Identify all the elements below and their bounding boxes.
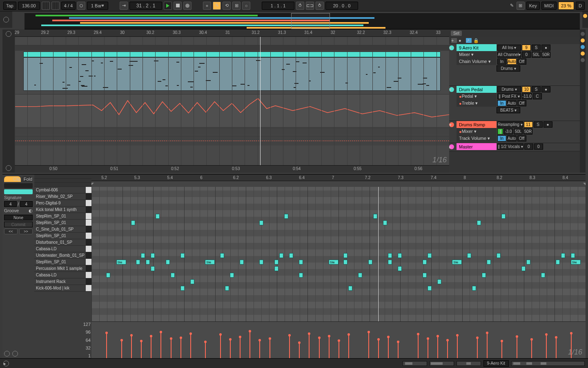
- midi-note[interactable]: [180, 286, 185, 291]
- track-number[interactable]: 11: [524, 121, 533, 128]
- velocity-marker[interactable]: [205, 342, 206, 358]
- velocity-marker[interactable]: [131, 335, 132, 358]
- velocity-lane[interactable]: 1279664321 1/16: [91, 321, 586, 358]
- velocity-marker[interactable]: [531, 339, 532, 358]
- drum-lane-row[interactable]: Cabasa-LD: [34, 272, 91, 278]
- midi-beat-ruler[interactable]: 5.25.35.466.26.36.477.27.37.488.28.38.4: [91, 175, 586, 181]
- tracks-collapse-icon[interactable]: [6, 31, 11, 37]
- tracks-expand-icon[interactable]: [6, 165, 11, 171]
- output-routing[interactable]: BEATS ▾: [497, 107, 520, 113]
- device-chain-strip[interactable]: [511, 361, 585, 366]
- velocity-marker[interactable]: [546, 334, 547, 358]
- midi-note[interactable]: [561, 253, 565, 258]
- song-position[interactable]: 31 . 2 . 1: [129, 2, 162, 10]
- record-button[interactable]: [183, 2, 192, 10]
- midi-note[interactable]: [398, 253, 402, 258]
- midi-note[interactable]: [146, 260, 150, 265]
- clip-tool-b-icon[interactable]: [12, 351, 18, 357]
- midi-note[interactable]: [220, 253, 224, 258]
- capture-button[interactable]: ⊞: [232, 2, 241, 10]
- time-signature-field[interactable]: 4/4: [61, 2, 76, 10]
- play-button[interactable]: [164, 2, 172, 10]
- midi-note[interactable]: [526, 260, 530, 265]
- velocity-marker[interactable]: [289, 335, 290, 358]
- send-b[interactable]: 50R: [523, 128, 532, 135]
- solo-button[interactable]: S: [532, 45, 541, 51]
- track-number[interactable]: 10: [522, 86, 531, 92]
- input-channel[interactable]: ‖ Post FX ▾: [497, 93, 521, 99]
- drum-lane-row[interactable]: Percussion Mkit 1 sample: [34, 265, 91, 272]
- monitor-auto[interactable]: Auto: [507, 100, 517, 106]
- midi-note[interactable]: [487, 260, 491, 265]
- track-name[interactable]: Drums Rsmp: [457, 121, 497, 128]
- automation-chooser[interactable]: ● Treble ▾: [457, 100, 497, 107]
- midi-note[interactable]: [259, 220, 263, 225]
- track-name[interactable]: 9 Aero Kit: [457, 44, 497, 51]
- midi-note[interactable]: [348, 286, 352, 291]
- midi-note[interactable]: Ste: [116, 260, 126, 265]
- sig-denominator[interactable]: 4: [70, 3, 73, 8]
- velocity-marker[interactable]: [230, 339, 231, 358]
- track-header-drum-pedal[interactable]: ▾ Drum Pedal Drums ▾ 10 S ● ● Pedal ▾ ‖ …: [449, 86, 580, 121]
- automation-chooser[interactable]: Track Volume ▾: [457, 135, 497, 142]
- midi-note[interactable]: [284, 214, 288, 219]
- punch-out-toggle[interactable]: ⥁: [316, 2, 324, 10]
- loop-brace[interactable]: [91, 181, 586, 187]
- drum-lane-row[interactable]: Riser_White_02_SP: [34, 193, 91, 200]
- arm-button[interactable]: ●: [541, 86, 550, 92]
- midi-map-toggle[interactable]: MIDI: [541, 2, 557, 10]
- midi-note[interactable]: [180, 253, 185, 258]
- drum-lane-row[interactable]: StepRim_SP_01: [34, 213, 91, 220]
- midi-note[interactable]: [541, 273, 545, 278]
- clip-tab[interactable]: Clip: [4, 176, 21, 182]
- automation-chooser[interactable]: Chain Volume ▾: [457, 58, 497, 65]
- send-a[interactable]: 50L: [514, 128, 523, 135]
- master-pan[interactable]: 0: [534, 144, 543, 150]
- fold-tab[interactable]: Fold: [22, 176, 33, 182]
- io-section-toggle[interactable]: [581, 32, 585, 36]
- punch-in-toggle[interactable]: ⥀: [296, 2, 304, 10]
- piano-key[interactable]: [86, 246, 91, 252]
- output-routing[interactable]: Drums ▾: [497, 65, 520, 72]
- loop-start-field[interactable]: 1 . 1 . 1: [262, 2, 294, 10]
- velocity-marker[interactable]: [339, 341, 339, 358]
- overview-collapse-icon[interactable]: [3, 17, 9, 22]
- piano-key[interactable]: [86, 272, 91, 278]
- send-b[interactable]: 50R: [541, 52, 550, 58]
- velocity-marker[interactable]: [378, 339, 379, 358]
- monitor-off[interactable]: Off: [517, 135, 526, 141]
- track-header-aero-kit[interactable]: ▾ 9 Aero Kit All Ins ▾ 9 S ● Mixer ▾ All…: [449, 44, 580, 86]
- midi-note[interactable]: [467, 253, 471, 258]
- pan-field[interactable]: C: [533, 93, 542, 99]
- midi-note[interactable]: Ste: [452, 260, 462, 265]
- fold-toggle-icon[interactable]: ▾: [449, 45, 454, 50]
- master-vol[interactable]: 0: [524, 144, 533, 150]
- piano-key[interactable]: [86, 187, 91, 193]
- midi-note[interactable]: [274, 260, 278, 265]
- input-routing[interactable]: All Ins ▾: [497, 45, 521, 51]
- track-header-drums-rsmp[interactable]: ▾ Drums Rsmp Resampling ▾ 11 S ● ● Mixer…: [449, 121, 580, 143]
- drum-lane-row[interactable]: Disturbance_01_SP: [34, 239, 91, 246]
- sig-numerator[interactable]: 4: [64, 3, 67, 8]
- piano-key[interactable]: [86, 206, 91, 213]
- keyboard-toggle[interactable]: ⊞: [517, 2, 525, 10]
- midi-note[interactable]: [388, 260, 392, 265]
- velocity-marker[interactable]: [388, 337, 389, 358]
- midi-note[interactable]: [388, 253, 392, 258]
- velocity-marker[interactable]: [121, 340, 122, 358]
- velocity-marker[interactable]: [220, 334, 221, 358]
- returns-toggle[interactable]: [581, 45, 585, 49]
- velocity-marker[interactable]: [106, 333, 107, 358]
- midi-note[interactable]: [240, 260, 244, 265]
- midi-note[interactable]: [501, 214, 506, 219]
- midi-note[interactable]: [225, 286, 229, 291]
- velocity-marker[interactable]: [571, 333, 572, 358]
- midi-note[interactable]: [279, 253, 283, 258]
- arm-button[interactable]: ●: [543, 121, 552, 128]
- stop-button[interactable]: [174, 2, 182, 10]
- midi-note[interactable]: [151, 253, 155, 258]
- velocity-marker[interactable]: [319, 338, 320, 358]
- velocity-marker[interactable]: [477, 338, 478, 358]
- midi-note[interactable]: [423, 273, 427, 278]
- midi-note-grid[interactable]: SteSteSteSteSte: [91, 187, 586, 321]
